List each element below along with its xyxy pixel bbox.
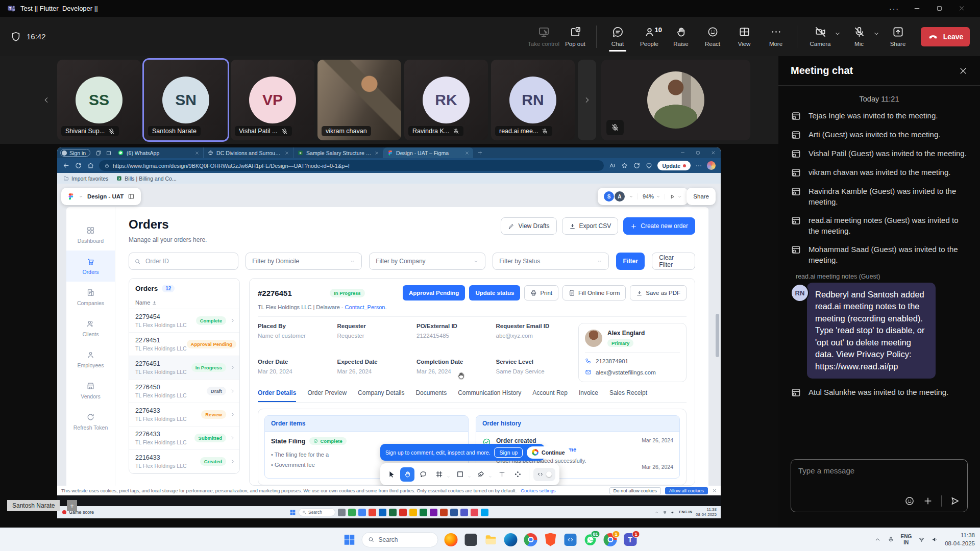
browser-maximize-button[interactable]: [690, 147, 705, 158]
app-icon[interactable]: [430, 509, 437, 516]
component-tool-icon[interactable]: [510, 467, 525, 482]
sidebar-item-employees[interactable]: Employees: [66, 344, 115, 375]
app-icon[interactable]: [450, 509, 458, 516]
import-favorites-link[interactable]: Import favorites: [63, 176, 108, 182]
app-icon[interactable]: [409, 509, 417, 516]
tab-company-details[interactable]: Company Details: [358, 389, 404, 402]
order-row[interactable]: 2279451TL Flex Holdings LLCApproval Pend…: [129, 333, 239, 356]
hand-tool-icon[interactable]: [400, 467, 414, 482]
cookie-settings-link[interactable]: Cookies settings: [521, 488, 555, 493]
sidebar-item-companies[interactable]: Companies: [66, 282, 115, 313]
refresh-icon[interactable]: [75, 162, 82, 169]
app-icon[interactable]: [460, 509, 468, 516]
filmstrip-prev-button[interactable]: [39, 60, 54, 140]
favorite-star-icon[interactable]: [621, 162, 628, 169]
start-button[interactable]: [343, 533, 356, 546]
signup-button[interactable]: Sign up: [494, 447, 523, 458]
contact-email-row[interactable]: alex@vstatefilings.com: [585, 369, 680, 375]
tab-order-details[interactable]: Order Details: [258, 389, 296, 402]
language-indicator[interactable]: ENGIN: [901, 534, 912, 545]
frame-tool-icon[interactable]: [432, 467, 446, 482]
order-row[interactable]: 2276451TL Flex Holdings LLCIn Progress: [129, 356, 239, 380]
app-icon[interactable]: [379, 509, 386, 516]
contact-phone-row[interactable]: 2123874901: [585, 358, 680, 364]
tab-account-rep[interactable]: Account Rep: [532, 389, 568, 402]
tab-communication-history[interactable]: Communication History: [458, 389, 521, 402]
participant-tile[interactable]: SNSantosh Narate: [144, 60, 228, 140]
clear-filter-button[interactable]: Clear Filter: [652, 253, 695, 270]
browser-tab[interactable]: Design - UAT – Figma: [383, 147, 473, 158]
text-tool-icon[interactable]: [495, 467, 509, 482]
order-id-search[interactable]: [129, 253, 238, 270]
browser-tab[interactable]: DC Divisions and Surroundings: [204, 147, 293, 158]
workspaces-icon[interactable]: [95, 150, 102, 156]
presenter-pin-button[interactable]: +: [67, 500, 77, 511]
participant-tile[interactable]: vikram chavan: [317, 60, 401, 140]
toolbar-chat-button[interactable]: Chat: [602, 21, 633, 53]
app-icon[interactable]: [481, 509, 488, 516]
name-column-header[interactable]: Name: [129, 296, 239, 309]
save-as-pdf-button[interactable]: Save as PDF: [630, 285, 687, 300]
participant-tile[interactable]: VPVishal Patil ...: [231, 60, 314, 140]
volume-icon[interactable]: [932, 536, 938, 543]
browser-minimize-button[interactable]: [675, 147, 690, 158]
move-tool-icon[interactable]: [384, 467, 399, 482]
browser-settings-icon[interactable]: [695, 162, 702, 169]
vertical-tabs-icon[interactable]: [106, 150, 112, 156]
search-input[interactable]: [144, 257, 233, 265]
order-row[interactable]: 2276433TL Flex Holdings LLCSubmitted: [129, 427, 239, 450]
filmstrip-next-button[interactable]: [578, 60, 596, 140]
figma-present-button[interactable]: [665, 194, 682, 199]
app-icon[interactable]: [389, 509, 397, 516]
sidebar-item-orders[interactable]: Orders: [66, 251, 115, 282]
figma-file-menu[interactable]: Design - UAT: [61, 188, 141, 205]
sidebar-item-refresh-token[interactable]: Refresh Token: [66, 406, 115, 437]
chevron-down-icon[interactable]: [447, 475, 450, 479]
browser-signin-chip[interactable]: Sign in: [60, 149, 90, 157]
filter-by-company-dropdown[interactable]: Filter by Company: [369, 253, 485, 270]
wifi-icon[interactable]: [663, 510, 667, 515]
emoji-icon[interactable]: [904, 496, 915, 506]
app-icon[interactable]: [471, 509, 478, 516]
canvas-scrollbar[interactable]: [716, 314, 719, 357]
chat-input-box[interactable]: [791, 459, 968, 512]
participant-tile[interactable]: RNread.ai mee...: [491, 60, 575, 140]
order-row[interactable]: 2276433TL Flex Holdings LLCReview: [129, 403, 239, 427]
tab-close-icon[interactable]: [465, 151, 469, 155]
read-aloud-icon[interactable]: [608, 162, 616, 169]
volume-icon[interactable]: [671, 510, 675, 515]
app-dark-icon[interactable]: [464, 533, 478, 547]
chevron-down-icon[interactable]: [468, 475, 471, 479]
language-indicator[interactable]: ENG IN: [679, 510, 692, 515]
chrome-icon[interactable]: [524, 533, 538, 547]
participant-tile[interactable]: SSShivani Sup...: [57, 60, 141, 140]
window-minimize-button[interactable]: [905, 0, 928, 17]
app-icon[interactable]: [338, 509, 346, 516]
app-icon[interactable]: [358, 509, 366, 516]
app-icon[interactable]: [440, 509, 448, 516]
edge-icon[interactable]: [504, 533, 518, 547]
app-icon[interactable]: [348, 509, 356, 516]
view-drafts-button[interactable]: View Drafts: [501, 217, 556, 235]
toolbar-view-button[interactable]: View: [728, 21, 760, 53]
tray-expand-icon[interactable]: [654, 510, 659, 515]
favorite-bills-link[interactable]: XBills | Billing and Co...: [116, 176, 176, 182]
collections-refresh-icon[interactable]: [633, 162, 641, 169]
send-icon[interactable]: [950, 496, 960, 506]
allow-cookies-button[interactable]: Allow all cookies: [665, 487, 708, 494]
sidebar-item-vendors[interactable]: Vendors: [66, 375, 115, 406]
window-maximize-button[interactable]: [928, 0, 950, 17]
browser-update-button[interactable]: Update: [657, 161, 691, 170]
dev-mode-toggle[interactable]: [533, 468, 555, 481]
start-icon[interactable]: [289, 509, 296, 516]
app-icon[interactable]: [420, 509, 427, 516]
tab-documents[interactable]: Documents: [415, 389, 447, 402]
app-icon[interactable]: [369, 509, 376, 516]
tab-sales-receipt[interactable]: Sales Receipt: [609, 389, 647, 402]
mic-in-use-icon[interactable]: [888, 536, 894, 543]
taskbar-search[interactable]: Search: [362, 532, 438, 547]
sidebar-item-clients[interactable]: Clients: [66, 313, 115, 344]
back-icon[interactable]: [62, 162, 70, 169]
toolbar-mic-button[interactable]: Mic: [843, 21, 875, 53]
collaborator-avatar[interactable]: S: [604, 191, 614, 202]
